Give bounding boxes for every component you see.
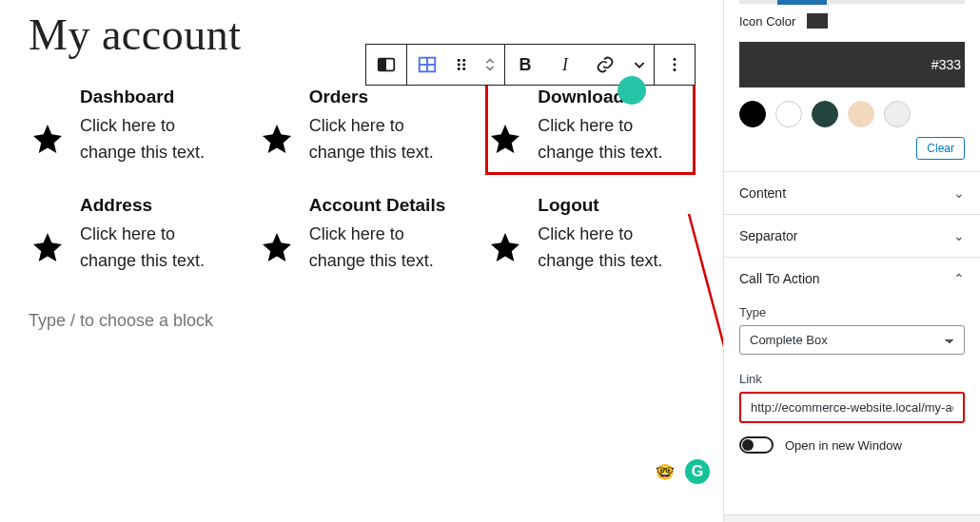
- clear-color-button[interactable]: Clear: [916, 137, 965, 160]
- swatch-peach[interactable]: [848, 101, 874, 127]
- section-label: Separator: [739, 228, 797, 243]
- swatch-white[interactable]: [775, 101, 802, 127]
- star-icon: [260, 230, 294, 264]
- box-title: Address: [80, 195, 231, 216]
- section-separator[interactable]: Separator ⌄: [724, 214, 980, 257]
- chevron-down-icon: [629, 54, 650, 75]
- more-options-button[interactable]: [655, 45, 695, 85]
- link-button[interactable]: [585, 45, 625, 85]
- swatch-teal[interactable]: [812, 101, 838, 127]
- info-box-logout[interactable]: Logout Click here to change this text.: [486, 191, 695, 282]
- svg-point-7: [458, 64, 461, 67]
- box-title: Orders: [309, 87, 461, 107]
- svg-point-12: [674, 64, 676, 67]
- italic-button[interactable]: I: [545, 45, 585, 85]
- link-icon: [595, 54, 616, 75]
- star-icon: [260, 122, 294, 156]
- open-new-window-label: Open in new Window: [785, 438, 902, 453]
- settings-sidebar: Icon Color #333 Clear Content ⌄ Separato…: [723, 0, 980, 522]
- section-content[interactable]: Content ⌄: [724, 171, 980, 214]
- svg-point-10: [462, 68, 465, 70]
- color-hex-display[interactable]: #333: [739, 42, 965, 87]
- box-desc[interactable]: Click here to change this text.: [309, 113, 461, 166]
- drag-handle[interactable]: [447, 45, 476, 85]
- bold-button[interactable]: B: [505, 45, 545, 85]
- kebab-icon: [664, 54, 685, 75]
- block-toolbar: B I: [365, 44, 696, 86]
- box-desc[interactable]: Click here to change this text.: [538, 113, 689, 166]
- chevron-down-icon: ⌄: [953, 228, 965, 243]
- color-swatches: [724, 95, 980, 131]
- cta-type-select[interactable]: Complete Box: [739, 325, 965, 355]
- chevrons-icon: [480, 54, 500, 75]
- box-desc[interactable]: Click here to change this text.: [80, 113, 231, 166]
- grammarly-icon[interactable]: G: [685, 459, 710, 484]
- select-parent-button[interactable]: [407, 45, 447, 85]
- cta-link-input[interactable]: [739, 392, 965, 423]
- columns-icon: [376, 54, 397, 75]
- svg-point-5: [458, 59, 461, 62]
- info-box-grid: Dashboard Click here to change this text…: [29, 83, 695, 282]
- assist-bubble[interactable]: [617, 76, 646, 105]
- box-title: Account Details: [309, 195, 461, 216]
- box-desc[interactable]: Click here to change this text.: [309, 222, 461, 275]
- drag-icon: [451, 54, 472, 75]
- section-cta[interactable]: Call To Action ⌃: [724, 257, 980, 300]
- svg-point-13: [674, 68, 676, 71]
- block-type-button[interactable]: [366, 45, 406, 85]
- open-new-window-toggle[interactable]: [739, 436, 774, 454]
- emoji-extension-icon[interactable]: 🤓: [653, 459, 677, 484]
- star-icon: [30, 122, 65, 156]
- svg-rect-1: [379, 59, 386, 71]
- cta-link-label: Link: [739, 372, 965, 386]
- svg-point-11: [674, 58, 676, 61]
- info-box-orders[interactable]: Orders Click here to change this text.: [258, 83, 466, 174]
- info-box-address[interactable]: Address Click here to change this text.: [29, 191, 237, 282]
- info-box-downloads[interactable]: Downloads Click here to change this text…: [486, 83, 695, 174]
- svg-point-9: [458, 68, 461, 70]
- move-updown[interactable]: [476, 45, 504, 85]
- info-box-account-details[interactable]: Account Details Click here to change thi…: [258, 191, 466, 282]
- icon-color-label: Icon Color: [739, 14, 795, 29]
- star-icon: [488, 122, 522, 156]
- cta-type-label: Type: [739, 305, 965, 319]
- star-icon: [30, 230, 65, 264]
- sidebar-footer: [724, 514, 980, 522]
- swatch-black[interactable]: [739, 101, 766, 127]
- box-title: Downloads: [538, 87, 689, 107]
- info-box-dashboard[interactable]: Dashboard Click here to change this text…: [29, 83, 237, 174]
- svg-point-6: [462, 59, 465, 62]
- floating-extensions: 🤓 G: [653, 459, 710, 484]
- block-appender[interactable]: Type / to choose a block: [29, 311, 695, 331]
- hex-value: #333: [931, 57, 961, 72]
- table-icon: [417, 54, 438, 75]
- star-icon: [488, 230, 522, 264]
- chevron-down-icon: ⌄: [953, 185, 965, 201]
- box-desc[interactable]: Click here to change this text.: [538, 222, 689, 275]
- chevron-up-icon: ⌃: [953, 271, 965, 286]
- svg-point-8: [462, 64, 465, 67]
- swatch-grey[interactable]: [884, 101, 911, 127]
- box-title: Logout: [538, 195, 689, 216]
- icon-color-swatch[interactable]: [807, 13, 828, 29]
- section-label: Content: [739, 185, 786, 201]
- box-title: Dashboard: [80, 87, 231, 107]
- box-desc[interactable]: Click here to change this text.: [80, 222, 231, 275]
- section-label: Call To Action: [739, 271, 820, 286]
